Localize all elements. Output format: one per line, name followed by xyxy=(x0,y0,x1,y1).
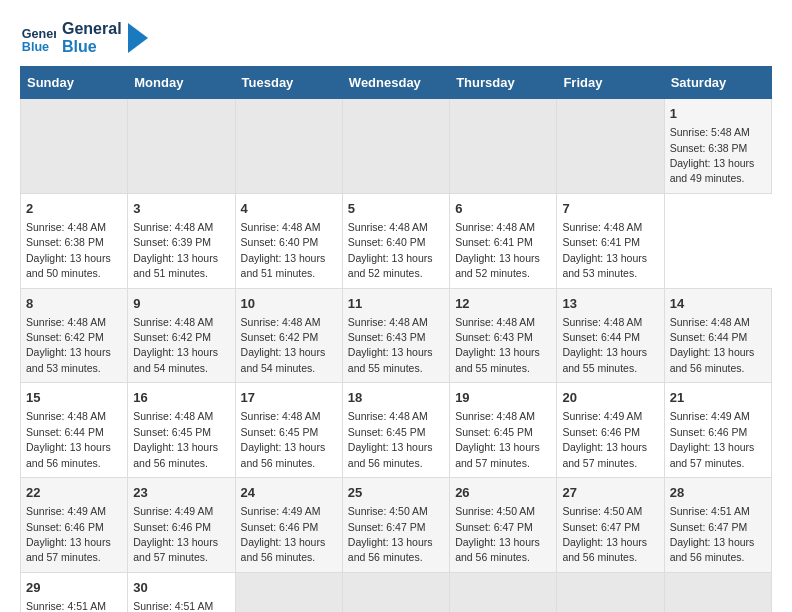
day-cell: 9Sunrise: 4:48 AMSunset: 6:42 PMDaylight… xyxy=(128,288,235,383)
empty-cell xyxy=(450,572,557,612)
day-cell: 5Sunrise: 4:48 AMSunset: 6:40 PMDaylight… xyxy=(342,193,449,288)
day-cell: 25Sunrise: 4:50 AMSunset: 6:47 PMDayligh… xyxy=(342,478,449,573)
logo-icon: General Blue xyxy=(20,20,56,56)
day-cell: 28Sunrise: 4:51 AMSunset: 6:47 PMDayligh… xyxy=(664,478,771,573)
empty-cell xyxy=(342,572,449,612)
header-row: SundayMondayTuesdayWednesdayThursdayFrid… xyxy=(21,67,772,99)
day-cell: 27Sunrise: 4:50 AMSunset: 6:47 PMDayligh… xyxy=(557,478,664,573)
day-cell: 6Sunrise: 4:48 AMSunset: 6:41 PMDaylight… xyxy=(450,193,557,288)
col-header-sunday: Sunday xyxy=(21,67,128,99)
day-cell: 29Sunrise: 4:51 AMSunset: 6:47 PMDayligh… xyxy=(21,572,128,612)
empty-cell xyxy=(128,99,235,194)
page-header: General Blue General Blue xyxy=(20,20,772,56)
day-cell: 2Sunrise: 4:48 AMSunset: 6:38 PMDaylight… xyxy=(21,193,128,288)
week-row: 29Sunrise: 4:51 AMSunset: 6:47 PMDayligh… xyxy=(21,572,772,612)
day-cell: 22Sunrise: 4:49 AMSunset: 6:46 PMDayligh… xyxy=(21,478,128,573)
day-cell: 17Sunrise: 4:48 AMSunset: 6:45 PMDayligh… xyxy=(235,383,342,478)
logo-triangle xyxy=(128,23,148,53)
week-row: 1Sunrise: 5:48 AMSunset: 6:38 PMDaylight… xyxy=(21,99,772,194)
day-cell: 15Sunrise: 4:48 AMSunset: 6:44 PMDayligh… xyxy=(21,383,128,478)
week-row: 2Sunrise: 4:48 AMSunset: 6:38 PMDaylight… xyxy=(21,193,772,288)
empty-cell xyxy=(557,572,664,612)
logo-text: General Blue xyxy=(62,20,122,55)
day-cell: 13Sunrise: 4:48 AMSunset: 6:44 PMDayligh… xyxy=(557,288,664,383)
day-cell: 12Sunrise: 4:48 AMSunset: 6:43 PMDayligh… xyxy=(450,288,557,383)
day-cell: 4Sunrise: 4:48 AMSunset: 6:40 PMDaylight… xyxy=(235,193,342,288)
day-cell: 21Sunrise: 4:49 AMSunset: 6:46 PMDayligh… xyxy=(664,383,771,478)
col-header-monday: Monday xyxy=(128,67,235,99)
day-cell: 30Sunrise: 4:51 AMSunset: 6:47 PMDayligh… xyxy=(128,572,235,612)
empty-cell xyxy=(664,572,771,612)
week-row: 22Sunrise: 4:49 AMSunset: 6:46 PMDayligh… xyxy=(21,478,772,573)
day-cell: 1Sunrise: 5:48 AMSunset: 6:38 PMDaylight… xyxy=(664,99,771,194)
day-cell: 23Sunrise: 4:49 AMSunset: 6:46 PMDayligh… xyxy=(128,478,235,573)
day-cell: 8Sunrise: 4:48 AMSunset: 6:42 PMDaylight… xyxy=(21,288,128,383)
day-cell: 10Sunrise: 4:48 AMSunset: 6:42 PMDayligh… xyxy=(235,288,342,383)
day-cell: 11Sunrise: 4:48 AMSunset: 6:43 PMDayligh… xyxy=(342,288,449,383)
empty-cell xyxy=(450,99,557,194)
col-header-friday: Friday xyxy=(557,67,664,99)
day-cell: 16Sunrise: 4:48 AMSunset: 6:45 PMDayligh… xyxy=(128,383,235,478)
day-cell: 19Sunrise: 4:48 AMSunset: 6:45 PMDayligh… xyxy=(450,383,557,478)
calendar-table: SundayMondayTuesdayWednesdayThursdayFrid… xyxy=(20,66,772,612)
day-cell: 3Sunrise: 4:48 AMSunset: 6:39 PMDaylight… xyxy=(128,193,235,288)
svg-marker-3 xyxy=(128,23,148,53)
col-header-thursday: Thursday xyxy=(450,67,557,99)
day-cell: 18Sunrise: 4:48 AMSunset: 6:45 PMDayligh… xyxy=(342,383,449,478)
col-header-tuesday: Tuesday xyxy=(235,67,342,99)
empty-cell xyxy=(235,99,342,194)
empty-cell xyxy=(557,99,664,194)
empty-cell xyxy=(235,572,342,612)
col-header-saturday: Saturday xyxy=(664,67,771,99)
day-cell: 20Sunrise: 4:49 AMSunset: 6:46 PMDayligh… xyxy=(557,383,664,478)
day-cell: 26Sunrise: 4:50 AMSunset: 6:47 PMDayligh… xyxy=(450,478,557,573)
empty-cell xyxy=(21,99,128,194)
day-cell: 24Sunrise: 4:49 AMSunset: 6:46 PMDayligh… xyxy=(235,478,342,573)
col-header-wednesday: Wednesday xyxy=(342,67,449,99)
day-cell: 14Sunrise: 4:48 AMSunset: 6:44 PMDayligh… xyxy=(664,288,771,383)
day-cell: 7Sunrise: 4:48 AMSunset: 6:41 PMDaylight… xyxy=(557,193,664,288)
week-row: 8Sunrise: 4:48 AMSunset: 6:42 PMDaylight… xyxy=(21,288,772,383)
svg-text:Blue: Blue xyxy=(22,40,49,54)
logo: General Blue General Blue xyxy=(20,20,148,56)
week-row: 15Sunrise: 4:48 AMSunset: 6:44 PMDayligh… xyxy=(21,383,772,478)
empty-cell xyxy=(342,99,449,194)
